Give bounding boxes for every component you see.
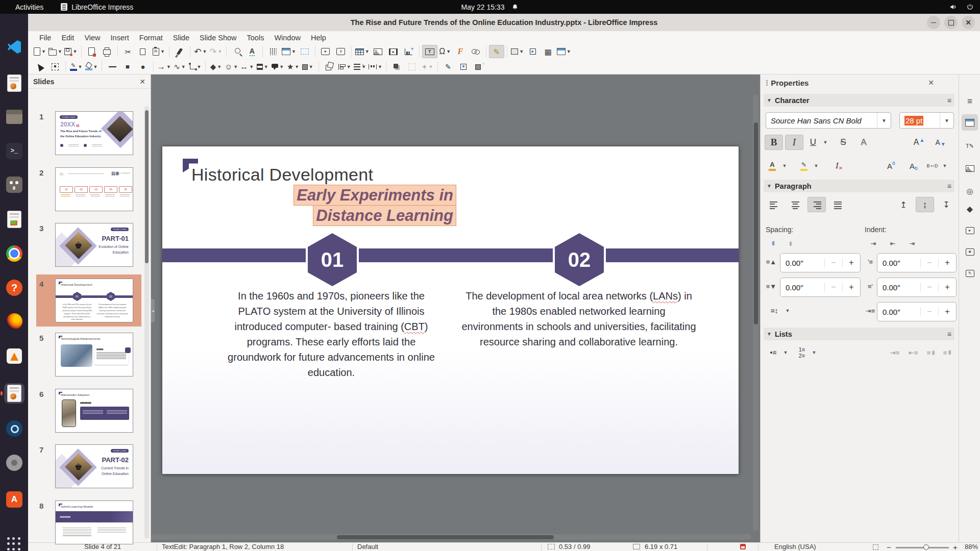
print-icon[interactable] bbox=[100, 45, 115, 58]
power-icon[interactable] bbox=[966, 3, 974, 11]
justify-button[interactable] bbox=[829, 197, 847, 212]
menu-view[interactable]: View bbox=[79, 33, 105, 43]
superscript-button[interactable]: AB bbox=[882, 158, 900, 173]
italic-button[interactable]: I bbox=[785, 135, 803, 150]
display-views-icon[interactable]: ▼ bbox=[281, 45, 297, 58]
lists-more-options-icon[interactable]: ≡ bbox=[947, 330, 951, 338]
increase-indent-icon[interactable]: ⇥ bbox=[867, 238, 880, 249]
dock-libreoffice-impress-doc-icon[interactable] bbox=[4, 73, 24, 93]
underline-button[interactable]: U bbox=[805, 135, 821, 150]
undo-icon[interactable]: ↶▼ bbox=[193, 45, 208, 58]
transformations-icon[interactable] bbox=[47, 60, 63, 73]
slide-thumbnail-2[interactable]: ⟩⟩⟩ 目录 CONTENTS01 02 03 04 05 bbox=[55, 167, 133, 211]
open-icon[interactable]: ▼ bbox=[47, 45, 63, 58]
notification-bell-icon[interactable] bbox=[511, 4, 519, 11]
clock[interactable]: May 22 15:33 bbox=[461, 3, 505, 11]
indent-after-minus[interactable]: − bbox=[920, 283, 938, 292]
snap-guides-icon[interactable] bbox=[297, 45, 312, 58]
activities-button[interactable]: Activities bbox=[15, 3, 43, 11]
dock-ubuntu-software-icon[interactable]: A bbox=[4, 489, 24, 510]
insert-media-icon[interactable]: ▸ bbox=[386, 45, 401, 58]
sidebar-tab-navigator[interactable]: ◎ bbox=[962, 183, 978, 199]
selected-text-line-2[interactable]: Distance Learning bbox=[313, 206, 456, 226]
increase-paragraph-spacing-icon[interactable]: ⇞ bbox=[767, 238, 780, 249]
callouts-icon[interactable]: ▼ bbox=[270, 60, 285, 73]
decrease-indent-icon[interactable]: ⇤ bbox=[886, 238, 899, 249]
3d-objects-icon[interactable]: ▼ bbox=[301, 60, 316, 73]
edit-points-icon[interactable]: ✎ bbox=[440, 60, 456, 73]
lines-arrows-icon[interactable]: →▼ bbox=[156, 60, 172, 73]
dock-vscode-icon[interactable] bbox=[4, 37, 24, 57]
dock-firefox-icon[interactable] bbox=[4, 311, 24, 332]
slides-panel-scrollbar[interactable] bbox=[144, 106, 149, 539]
status-master-style[interactable]: Default bbox=[357, 543, 378, 550]
special-character-icon[interactable]: Ω▼ bbox=[437, 45, 453, 58]
status-zoom-percent[interactable]: 88% bbox=[965, 543, 978, 550]
connectors-icon[interactable]: ▼ bbox=[187, 60, 203, 73]
spacing-above-minus[interactable]: − bbox=[824, 258, 842, 267]
font-color-button[interactable]: A bbox=[765, 158, 780, 173]
slide-subtitle-textbox[interactable]: Early Experiments in Distance Learning bbox=[239, 185, 456, 226]
sidebar-tab-properties[interactable] bbox=[962, 114, 978, 131]
line-spacing-dropdown-icon[interactable]: ▼ bbox=[783, 303, 792, 318]
copy-icon[interactable] bbox=[136, 45, 151, 58]
sidebar-tab-gallery[interactable] bbox=[962, 160, 978, 177]
canvas-vertical-scrollbar[interactable] bbox=[753, 95, 758, 531]
shadow-button[interactable]: A bbox=[854, 135, 873, 150]
unordered-list-dropdown-icon[interactable]: ▼ bbox=[781, 345, 790, 360]
dock-gimp-icon[interactable] bbox=[4, 174, 24, 195]
volume-icon[interactable] bbox=[949, 3, 957, 11]
dock-help-icon[interactable]: ? bbox=[4, 278, 24, 298]
sidebar-tab-animation[interactable]: ★ bbox=[962, 244, 978, 260]
sidebar-tab-sidebar-menu[interactable]: ≡ bbox=[962, 93, 978, 109]
panel-collapse-handle[interactable]: ◂ bbox=[151, 299, 155, 322]
sidebar-tab-master-slides[interactable]: ✎ bbox=[962, 265, 978, 282]
insert-chart-icon[interactable] bbox=[401, 45, 416, 58]
line-color-icon[interactable]: ✎▼ bbox=[68, 60, 84, 73]
decrease-paragraph-spacing-icon[interactable]: ⇟ bbox=[784, 238, 797, 249]
indent-before-field[interactable]: 0.00″−+ bbox=[877, 253, 957, 272]
basic-shapes-icon[interactable]: ◆▼ bbox=[208, 60, 224, 73]
dock-chrome-icon[interactable] bbox=[4, 243, 24, 264]
new-presentation-icon[interactable]: ▼ bbox=[32, 45, 47, 58]
insert-line-icon[interactable] bbox=[105, 60, 120, 73]
character-spacing-dropdown-icon[interactable]: ▼ bbox=[940, 158, 949, 173]
slides-panel-close-icon[interactable]: ✕ bbox=[139, 78, 145, 86]
display-grid-icon[interactable] bbox=[265, 45, 281, 58]
clone-formatting-icon[interactable] bbox=[172, 45, 187, 58]
auto-spellcheck-icon[interactable]: A bbox=[244, 45, 260, 58]
panel-grip[interactable]: ⁞ bbox=[766, 79, 769, 87]
body-textbox-02[interactable]: The development of local area networks (… bbox=[461, 288, 697, 349]
increase-font-size-button[interactable]: A▲ bbox=[910, 135, 928, 150]
character-spacing-button[interactable]: B⇿D bbox=[925, 158, 940, 173]
bold-button[interactable]: B bbox=[765, 135, 783, 150]
align-right-button[interactable] bbox=[807, 197, 826, 212]
indent-after-plus[interactable]: + bbox=[938, 283, 956, 292]
toggle-extrusion-icon[interactable] bbox=[471, 60, 486, 73]
close-button[interactable]: ✕ bbox=[962, 16, 975, 29]
restore-button[interactable] bbox=[944, 16, 958, 29]
cut-icon[interactable]: ✂ bbox=[120, 45, 136, 58]
slide-title-text[interactable]: Historical Development bbox=[191, 165, 373, 185]
slide-thumbnail-4[interactable]: Historical Development 01 02 In the 1960… bbox=[55, 279, 133, 322]
draw-functions-icon[interactable]: ✎ bbox=[489, 45, 504, 58]
export-pdf-icon[interactable] bbox=[84, 45, 100, 58]
symbol-shapes-icon[interactable]: ☺▼ bbox=[224, 60, 239, 73]
status-language[interactable]: English (USA) bbox=[774, 543, 816, 550]
decrease-font-size-button[interactable]: A▼ bbox=[931, 135, 949, 150]
font-size-dropdown-icon[interactable]: ▼ bbox=[940, 113, 953, 128]
insert-textbox-icon[interactable]: T bbox=[422, 45, 437, 58]
properties-close-icon[interactable]: ✕ bbox=[928, 79, 934, 87]
font-color-dropdown-icon[interactable]: ▼ bbox=[780, 158, 789, 173]
align-vertical-center-button[interactable]: ↨ bbox=[916, 197, 934, 212]
dock-terminal-icon[interactable]: >_ bbox=[4, 141, 24, 161]
select-icon[interactable] bbox=[32, 60, 47, 73]
start-from-current-slide-icon[interactable]: ‖ bbox=[333, 45, 349, 58]
align-left-button[interactable] bbox=[765, 197, 783, 212]
dock-libreoffice-impress-icon[interactable] bbox=[4, 383, 24, 404]
align-objects-icon[interactable]: ▼ bbox=[337, 60, 352, 73]
document-modified-icon[interactable] bbox=[740, 543, 746, 550]
grid-visible-icon[interactable]: ▦ bbox=[541, 45, 556, 58]
zoom-slider[interactable] bbox=[896, 547, 949, 548]
selected-text-line-1[interactable]: Early Experiments in bbox=[294, 185, 456, 205]
